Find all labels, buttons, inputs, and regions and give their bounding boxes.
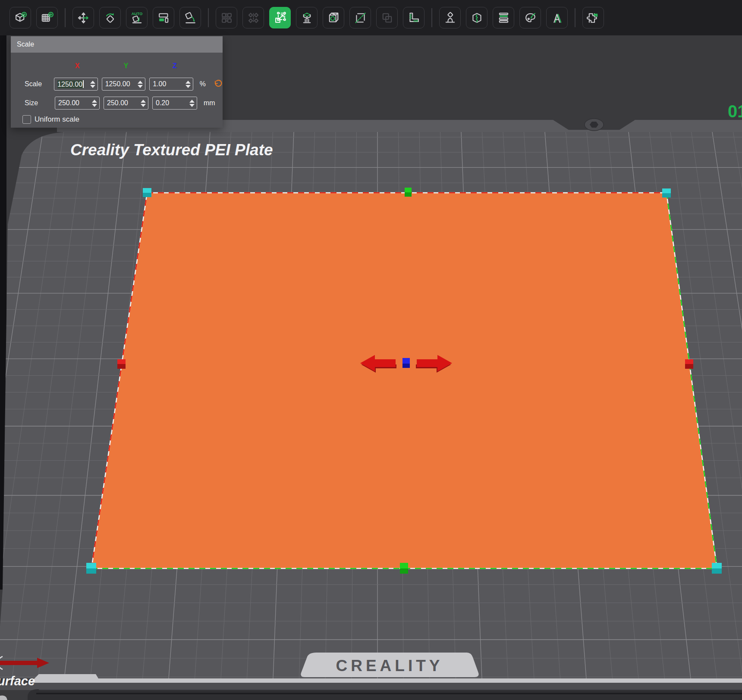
toolbar-divider (431, 8, 432, 27)
axis-z-label: Z (152, 62, 197, 70)
scale-button[interactable] (269, 7, 291, 28)
uniform-scale-label: Uniform scale (35, 115, 79, 124)
clone-button[interactable] (216, 7, 237, 28)
spin-down-icon[interactable] (92, 104, 97, 107)
size-z-spinner[interactable] (189, 97, 195, 109)
uniform-scale-row: Uniform scale (22, 115, 223, 124)
scale-unit-label: % (200, 80, 212, 88)
size-y-spinner[interactable] (141, 97, 146, 109)
spin-down-icon[interactable] (141, 104, 146, 107)
spin-up-icon[interactable] (186, 81, 191, 84)
scale-panel-body: X Y Z Scale 1250.00 1250.00 (11, 53, 223, 128)
paint-icon (524, 11, 537, 25)
lay-on-face-icon (184, 11, 197, 25)
spin-down-icon[interactable] (186, 85, 191, 88)
spin-up-icon[interactable] (189, 100, 195, 103)
size-row-label: Size (25, 99, 55, 107)
spin-down-icon[interactable] (189, 104, 195, 107)
plate-number-badge: 01 (728, 102, 742, 121)
cut-button[interactable] (349, 7, 371, 28)
batch-settings-icon (247, 11, 260, 25)
plugin-button[interactable] (582, 7, 604, 28)
spin-up-icon[interactable] (90, 81, 95, 84)
plate-front-frame (28, 689, 742, 700)
spin-up-icon[interactable] (141, 100, 146, 103)
layer-height-button[interactable] (493, 7, 514, 28)
scale-handle-mid-right[interactable] (685, 359, 693, 369)
support-icon (300, 11, 314, 25)
split-icon (470, 11, 484, 25)
rotate-button[interactable] (99, 7, 121, 28)
move-button[interactable] (72, 7, 94, 28)
merge-button[interactable] (376, 7, 398, 28)
add-model-icon (14, 11, 27, 25)
scale-z-spinner[interactable] (186, 78, 191, 90)
spin-up-icon[interactable] (92, 100, 97, 103)
scale-handle-mid-back[interactable] (405, 188, 412, 197)
size-y-input[interactable]: 250.00 (104, 97, 148, 110)
arrange-button[interactable] (153, 7, 174, 28)
scale-panel: Scale X Y Z Scale 1250.00 1250.00 (11, 36, 223, 128)
scale-y-input[interactable]: 1250.00 (102, 78, 146, 91)
add-plate-button[interactable] (36, 7, 58, 28)
surface-label: urface (0, 674, 35, 688)
axis-header-row: X Y Z (55, 53, 223, 70)
scale-handle-corner-front-right[interactable] (712, 563, 722, 574)
support-paint-button[interactable] (439, 7, 461, 28)
scale-y-spinner[interactable] (138, 78, 143, 90)
application-window: Creality Textured PEI Plate 01 (0, 0, 742, 700)
plate-title: Creality Textured PEI Plate (70, 141, 273, 159)
drill-button[interactable] (323, 7, 344, 28)
main-toolbar: AUTO (0, 0, 742, 35)
plate-front-side (0, 683, 742, 690)
spin-down-icon[interactable] (90, 85, 95, 88)
scale-handle-mid-left[interactable] (117, 359, 126, 369)
model-object[interactable] (91, 193, 717, 568)
spin-up-icon[interactable] (138, 81, 143, 84)
toolbar-divider (575, 8, 575, 27)
reset-icon (213, 79, 223, 89)
scale-handle-corner-back-right[interactable] (662, 188, 671, 198)
size-z-input[interactable]: 0.20 (152, 97, 197, 110)
auto-orient-icon: AUTO (130, 11, 144, 25)
scale-handle-mid-front[interactable] (400, 563, 408, 574)
creality-logo-text: CREALITY (336, 657, 443, 675)
add-model-button[interactable] (9, 7, 31, 28)
axis-x-label: X (55, 62, 100, 70)
scale-icon (274, 11, 287, 25)
support-paint-icon (443, 11, 457, 25)
size-x-input[interactable]: 250.00 (55, 97, 100, 110)
svg-text:AUTO: AUTO (131, 12, 142, 16)
cut-icon (354, 11, 367, 25)
scale-x-spinner[interactable] (90, 78, 95, 90)
gizmo-z-handle[interactable] (402, 358, 410, 368)
drill-icon (327, 11, 340, 25)
scale-handle-corner-front-left[interactable] (86, 563, 96, 574)
merge-icon (380, 11, 394, 25)
scale-handle-corner-back-left[interactable] (143, 188, 151, 197)
split-button[interactable] (466, 7, 487, 28)
support-button[interactable] (296, 7, 318, 28)
text-icon (550, 11, 564, 25)
scale-panel-header: Scale (11, 36, 223, 53)
spin-down-icon[interactable] (138, 85, 143, 88)
scale-panel-title: Scale (17, 41, 34, 48)
toolbar-divider (65, 8, 66, 27)
axis-y-label: Y (104, 62, 148, 70)
size-row: Size 250.00 250.00 0.20 (25, 97, 223, 110)
measure-button[interactable] (403, 7, 424, 28)
uniform-scale-checkbox[interactable] (22, 115, 31, 124)
text-button[interactable] (546, 7, 568, 28)
auto-orient-button[interactable]: AUTO (126, 7, 148, 28)
plugin-icon (587, 11, 600, 25)
size-x-spinner[interactable] (92, 97, 97, 109)
reset-scale-button[interactable] (213, 79, 223, 89)
lay-on-face-button[interactable] (179, 7, 201, 28)
scale-x-input[interactable]: 1250.00 (54, 78, 98, 91)
batch-settings-button[interactable] (242, 7, 264, 28)
move-icon (77, 11, 90, 25)
arrange-icon (157, 11, 170, 25)
toolbar-divider (208, 8, 209, 27)
paint-button[interactable] (519, 7, 541, 28)
scale-z-input[interactable]: 1.00 (149, 78, 193, 91)
